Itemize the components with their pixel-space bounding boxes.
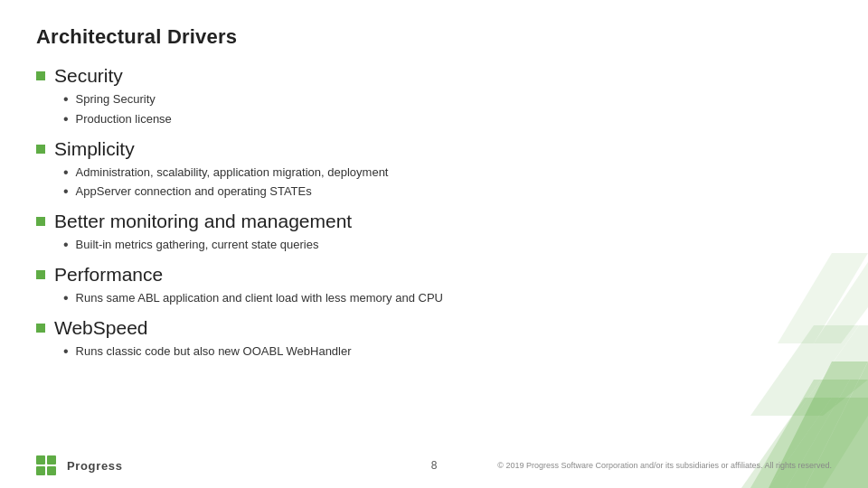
- section-simplicity: Simplicity•Administration, scalability, …: [36, 138, 832, 202]
- bullet-dot-icon: •: [63, 90, 69, 109]
- list-item-text: Built-in metrics gathering, current stat…: [76, 236, 319, 254]
- list-item: •Production license: [63, 110, 832, 129]
- section-bullet-performance: [36, 270, 45, 279]
- page-title: Architectural Drivers: [36, 25, 832, 49]
- sub-items-monitoring: •Built-in metrics gathering, current sta…: [36, 236, 832, 255]
- logo-sq-2: [47, 455, 56, 465]
- section-performance: Performance•Runs same ABL application an…: [36, 264, 832, 308]
- section-header-security: Security: [36, 65, 832, 87]
- bullet-dot-icon: •: [63, 236, 69, 255]
- section-title-simplicity: Simplicity: [54, 138, 135, 160]
- bullet-dot-icon: •: [63, 343, 69, 361]
- section-security: Security•Spring Security•Production lice…: [36, 65, 832, 129]
- footer-page-number: 8: [431, 459, 438, 472]
- section-webspeed: WebSpeed•Runs classic code but also new …: [36, 317, 832, 361]
- decorative-chevrons: [741, 235, 868, 488]
- footer-copyright: © 2019 Progress Software Corporation and…: [497, 461, 832, 470]
- list-item: •Runs classic code but also new OOABL We…: [63, 343, 832, 361]
- section-header-webspeed: WebSpeed: [36, 317, 832, 339]
- bullet-dot-icon: •: [63, 110, 69, 129]
- section-header-simplicity: Simplicity: [36, 138, 832, 160]
- sub-items-simplicity: •Administration, scalability, applicatio…: [36, 164, 832, 202]
- section-bullet-simplicity: [36, 145, 45, 154]
- section-bullet-security: [36, 71, 45, 80]
- content-area: Security•Spring Security•Production lice…: [36, 65, 832, 361]
- progress-logo: Progress: [36, 455, 123, 475]
- section-title-webspeed: WebSpeed: [54, 317, 148, 339]
- section-bullet-webspeed: [36, 324, 45, 333]
- logo-squares: [36, 455, 56, 475]
- logo-sq-1: [36, 455, 45, 465]
- list-item-text: Administration, scalability, application…: [76, 164, 389, 182]
- section-title-security: Security: [54, 65, 123, 87]
- sub-items-security: •Spring Security•Production license: [36, 90, 832, 129]
- list-item: •Spring Security: [63, 90, 832, 109]
- list-item: •Runs same ABL application and client lo…: [63, 289, 832, 308]
- list-item-text: Runs same ABL application and client loa…: [76, 289, 443, 307]
- logo-sq-4: [47, 466, 56, 475]
- sub-items-performance: •Runs same ABL application and client lo…: [36, 289, 832, 308]
- footer: Progress 8 © 2019 Progress Software Corp…: [0, 455, 868, 475]
- list-item: •AppServer connection and operating STAT…: [63, 183, 832, 202]
- section-header-monitoring: Better monitoring and management: [36, 211, 832, 232]
- sub-items-webspeed: •Runs classic code but also new OOABL We…: [36, 343, 832, 361]
- logo-text: Progress: [67, 459, 123, 473]
- section-title-performance: Performance: [54, 264, 163, 286]
- list-item-text: Spring Security: [76, 90, 156, 108]
- list-item-text: Production license: [76, 110, 172, 128]
- section-header-performance: Performance: [36, 264, 832, 286]
- section-title-monitoring: Better monitoring and management: [54, 211, 352, 232]
- section-monitoring: Better monitoring and management•Built-i…: [36, 211, 832, 255]
- section-bullet-monitoring: [36, 217, 45, 226]
- bullet-dot-icon: •: [63, 183, 69, 202]
- list-item-text: Runs classic code but also new OOABL Web…: [76, 343, 352, 361]
- bullet-dot-icon: •: [63, 289, 69, 308]
- slide: Architectural Drivers Security•Spring Se…: [0, 0, 868, 488]
- list-item-text: AppServer connection and operating STATE…: [76, 183, 312, 201]
- bullet-dot-icon: •: [63, 164, 69, 183]
- list-item: •Administration, scalability, applicatio…: [63, 164, 832, 183]
- logo-sq-3: [36, 466, 45, 475]
- list-item: •Built-in metrics gathering, current sta…: [63, 236, 832, 255]
